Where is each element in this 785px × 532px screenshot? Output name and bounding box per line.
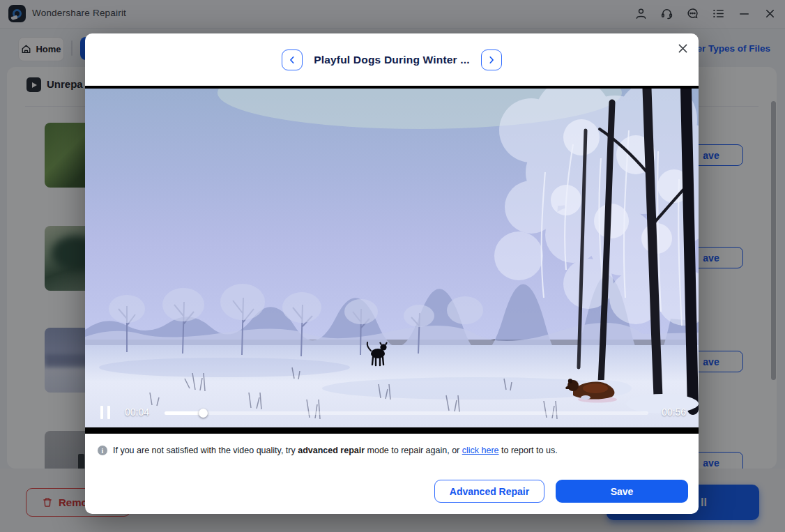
- progress-knob[interactable]: [199, 409, 208, 418]
- progress-bar[interactable]: [165, 411, 648, 415]
- pause-icon[interactable]: [100, 406, 110, 419]
- chevron-left-icon: [287, 55, 297, 65]
- info-icon: i: [98, 446, 107, 455]
- modal-actions: Advanced Repair Save: [85, 480, 699, 503]
- save-button[interactable]: Save: [556, 480, 688, 503]
- click-here-link[interactable]: click here: [462, 446, 499, 455]
- notice-suffix: to report to us.: [499, 446, 558, 455]
- winter-scene-video-frame: [85, 89, 699, 427]
- video-player[interactable]: 00:04 00:56: [85, 86, 699, 434]
- advanced-repair-button[interactable]: Advanced Repair: [434, 480, 544, 503]
- video-title: Playful Dogs During Winter ...: [314, 54, 470, 66]
- quality-notice-row: i If you are not satisfied with the vide…: [98, 445, 686, 457]
- notice-prefix: If you are not satisfied with the video …: [113, 446, 298, 455]
- progress-fill: [165, 411, 204, 415]
- player-controls: 00:04 00:56: [85, 403, 699, 423]
- duration-time: 00:56: [662, 406, 686, 418]
- notice-middle: mode to repair again, or: [365, 446, 462, 455]
- current-time: 00:04: [125, 406, 149, 418]
- notice-bold: advanced repair: [298, 446, 365, 455]
- chevron-right-icon: [487, 55, 496, 65]
- video-preview-modal: Playful Dogs During Winter ...: [85, 33, 699, 514]
- preview-header: Playful Dogs During Winter ...: [85, 33, 699, 86]
- quality-notice-text: If you are not satisfied with the video …: [113, 445, 558, 457]
- previous-video-button[interactable]: [282, 50, 303, 70]
- next-video-button[interactable]: [481, 50, 502, 70]
